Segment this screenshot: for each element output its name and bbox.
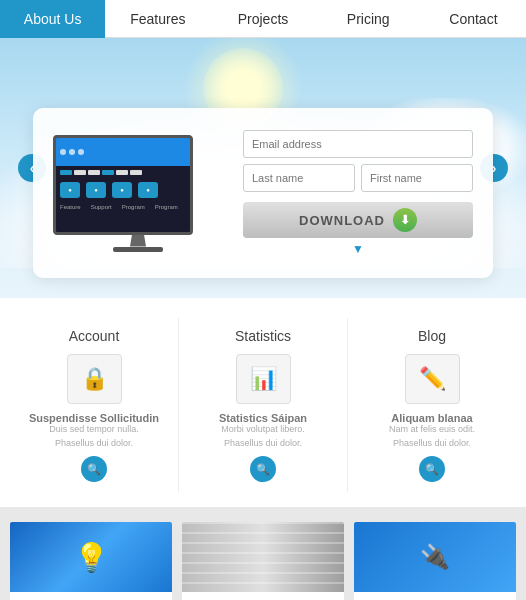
feature-search-statistics[interactable]: 🔍 [250, 456, 276, 482]
feature-sub-statistics: Morbi volutpat libero. [194, 424, 332, 434]
monitor-label: Program [122, 204, 145, 210]
feature-sub-blog: Nam at felis euis odit. [363, 424, 501, 434]
monitor-base [113, 247, 163, 252]
blog-thumb-bulb: 💡 [10, 522, 172, 592]
blog-body-1: Lorem ipsum dolor sit amet, consectetur … [10, 592, 172, 600]
monitor-icon: ● [138, 182, 158, 198]
download-button[interactable]: DOWNLOAD ⬇ [243, 202, 473, 238]
monitor-bar [56, 138, 190, 166]
feature-link-blog: Phasellus dui dolor. [363, 438, 501, 448]
navigation: About Us Features Projects Pricing Conta… [0, 0, 526, 38]
feature-card-blog: Blog ✏️ Aliquam blanaa Nam at felis euis… [348, 318, 516, 492]
feature-icon-account: 🔒 [67, 354, 122, 404]
feature-title-statistics: Statistics [194, 328, 332, 344]
feature-search-account[interactable]: 🔍 [81, 456, 107, 482]
monitor-dot [69, 149, 75, 155]
blog-thumb-plug: 🔌 [354, 522, 516, 592]
feature-icon-blog: ✏️ [405, 354, 460, 404]
firstname-input[interactable] [361, 164, 473, 192]
feature-search-blog[interactable]: 🔍 [419, 456, 445, 482]
features-section: Account 🔒 Suspendisse Sollicitudin Duis … [0, 298, 526, 507]
monitor-icon: ● [112, 182, 132, 198]
monitor-block [88, 170, 100, 175]
hero-card: ● ● ● ● Feature Support Program Program [33, 108, 493, 278]
hero-section: ‹ › ● ● [0, 38, 526, 298]
monitor-block [130, 170, 142, 175]
feature-title-account: Account [25, 328, 163, 344]
name-row [243, 164, 473, 192]
feature-link-account: Phasellus dui dolor. [25, 438, 163, 448]
monitor-label: Program [155, 204, 178, 210]
download-icon: ⬇ [393, 208, 417, 232]
feature-name-blog: Aliquam blanaa [363, 412, 501, 424]
monitor-block [74, 170, 86, 175]
lock-icon: 🔒 [81, 366, 108, 392]
blog-card-2: Lorem ipsum dolor sit amet, consectetur … [182, 522, 344, 600]
lastname-input[interactable] [243, 164, 355, 192]
monitor-block [60, 170, 72, 175]
blog-body-3: Lorem ipsum dolor sit amet, consectetur … [354, 592, 516, 600]
feature-title-blog: Blog [363, 328, 501, 344]
monitor-label: Feature [60, 204, 81, 210]
monitor-label: Support [91, 204, 112, 210]
blog-card-3: 🔌 Lorem ipsum dolor sit amet, consectetu… [354, 522, 516, 600]
monitor-content [56, 166, 190, 179]
blog-thumb-lines [182, 522, 344, 592]
monitor-dot [78, 149, 84, 155]
feature-icon-statistics: 📊 [236, 354, 291, 404]
monitor-footer: Feature Support Program Program [56, 201, 190, 213]
feature-sub-account: Duis sed tempor nulla. [25, 424, 163, 434]
monitor-block [116, 170, 128, 175]
monitor-icons-row: ● ● ● ● [56, 179, 190, 201]
nav-item-features[interactable]: Features [105, 0, 210, 38]
monitor-icon: ● [86, 182, 106, 198]
nav-item-projects[interactable]: Projects [210, 0, 315, 38]
hero-form: DOWNLOAD ⬇ ▼ [223, 130, 473, 256]
monitor-screen: ● ● ● ● Feature Support Program Program [53, 135, 193, 235]
feature-name-account: Suspendisse Sollicitudin [25, 412, 163, 424]
blog-card-1: 💡 Lorem ipsum dolor sit amet, consectetu… [10, 522, 172, 600]
scroll-down-arrow: ▼ [243, 242, 473, 256]
feature-link-statistics: Phasellus dui dolor. [194, 438, 332, 448]
monitor-dot [60, 149, 66, 155]
blog-body-2: Lorem ipsum dolor sit amet, consectetur … [182, 592, 344, 600]
nav-item-pricing[interactable]: Pricing [316, 0, 421, 38]
feature-name-statistics: Statistics Sáipan [194, 412, 332, 424]
blog-section: 💡 Lorem ipsum dolor sit amet, consectetu… [0, 507, 526, 600]
monitor-graphic: ● ● ● ● Feature Support Program Program [53, 135, 223, 252]
email-input[interactable] [243, 130, 473, 158]
feature-card-statistics: Statistics 📊 Statistics Sáipan Morbi vol… [179, 318, 348, 492]
download-label: DOWNLOAD [299, 213, 385, 228]
chart-icon: 📊 [250, 366, 277, 392]
nav-item-about[interactable]: About Us [0, 0, 105, 38]
edit-icon: ✏️ [419, 366, 446, 392]
feature-card-account: Account 🔒 Suspendisse Sollicitudin Duis … [10, 318, 179, 492]
monitor-block [102, 170, 114, 175]
monitor-icon: ● [60, 182, 80, 198]
monitor-stand [128, 235, 148, 247]
nav-item-contact[interactable]: Contact [421, 0, 526, 38]
